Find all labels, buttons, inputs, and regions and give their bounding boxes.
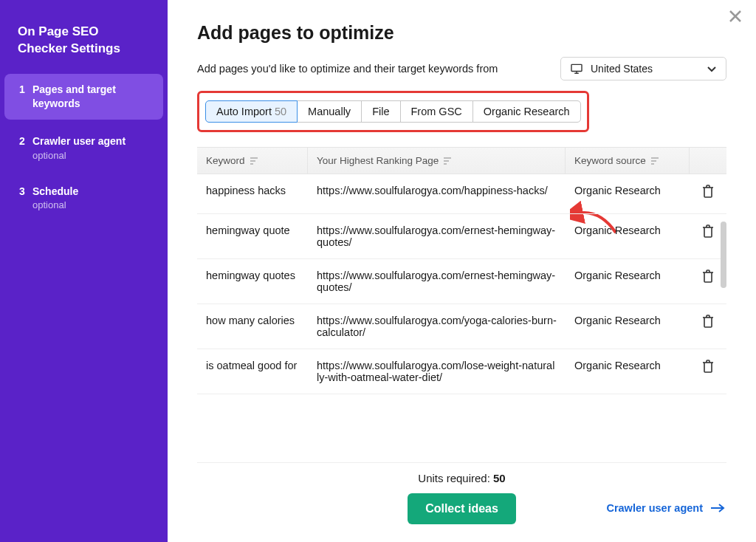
delete-icon[interactable]	[702, 360, 714, 373]
cell-keyword: how many calories	[197, 304, 308, 349]
tab-organic-research[interactable]: Organic Research	[472, 100, 581, 123]
arrow-right-icon	[710, 504, 725, 512]
col-header-actions	[690, 148, 726, 174]
units-value: 50	[493, 472, 506, 484]
svg-rect-2	[571, 64, 582, 71]
cell-keyword: happiness hacks	[197, 174, 308, 213]
units-label: Units required:	[418, 472, 493, 484]
step-number: 1	[19, 83, 32, 95]
table-row: how many calorieshttps://www.soulfularog…	[197, 304, 726, 349]
tab-auto-import[interactable]: Auto Import50	[205, 100, 298, 123]
sidebar-title: On Page SEO Checker Settings	[0, 24, 168, 74]
col-header-page[interactable]: Your Highest Ranking Page	[308, 148, 566, 174]
table-row: hemingway quoteshttps://www.soulfularogy…	[197, 259, 726, 304]
delete-icon[interactable]	[702, 315, 714, 328]
tab-label: Organic Research	[484, 106, 570, 117]
main-panel: Add pages to optimize Add pages you'd li…	[168, 0, 756, 542]
tab-label: Manually	[308, 106, 351, 117]
step-label: Schedule	[32, 185, 151, 199]
cell-page-url: https://www.soulfularogya.com/happiness-…	[308, 174, 566, 213]
cell-source: Organic Research	[566, 349, 690, 394]
col-header-keyword[interactable]: Keyword	[197, 148, 308, 174]
step-sublabel: optional	[32, 150, 151, 161]
close-icon[interactable]	[726, 7, 744, 25]
chevron-down-icon	[707, 64, 717, 74]
monitor-icon	[570, 64, 583, 74]
sidebar: On Page SEO Checker Settings 1Pages and …	[0, 0, 168, 542]
cell-source: Organic Research	[566, 304, 690, 349]
page-title: Add pages to optimize	[197, 22, 726, 44]
cell-page-url: https://www.soulfularogya.com/ernest-hem…	[308, 259, 566, 303]
table-row: happiness hackshttps://www.soulfularogya…	[197, 174, 726, 214]
tab-manually[interactable]: Manually	[297, 100, 362, 123]
col-header-page-label: Your Highest Ranking Page	[317, 155, 439, 166]
table-header-row: Keyword Your Highest Ranking Page Keywor…	[197, 148, 726, 174]
col-header-source-label: Keyword source	[574, 155, 646, 166]
cell-keyword: is oatmeal good for	[197, 349, 308, 394]
tab-label: Auto Import	[216, 106, 272, 117]
sort-icon	[443, 157, 452, 165]
col-header-source[interactable]: Keyword source	[566, 148, 690, 174]
scrollbar-thumb[interactable]	[721, 222, 726, 288]
step-number: 3	[19, 185, 32, 197]
collect-ideas-button[interactable]: Collect ideas	[408, 493, 516, 524]
table-row: is oatmeal good forhttps://www.soulfular…	[197, 349, 726, 394]
step-number: 2	[19, 134, 32, 147]
cell-source: Organic Research	[566, 214, 690, 258]
cell-keyword: hemingway quote	[197, 214, 308, 258]
delete-icon[interactable]	[702, 185, 714, 198]
cell-page-url: https://www.soulfularogya.com/lose-weigh…	[308, 349, 566, 394]
tab-from-gsc[interactable]: From GSC	[400, 100, 473, 123]
step-label: Crawler user agent	[32, 134, 151, 148]
subtitle-row: Add pages you'd like to optimize and the…	[197, 57, 726, 80]
table-row: hemingway quotehttps://www.soulfularogya…	[197, 214, 726, 259]
delete-icon[interactable]	[702, 270, 714, 283]
sort-icon	[250, 157, 258, 165]
next-step-label: Crawler user agent	[606, 502, 703, 514]
step-sublabel: optional	[32, 199, 151, 210]
country-select[interactable]: United States	[560, 57, 726, 80]
cell-page-url: https://www.soulfularogya.com/yoga-calor…	[308, 304, 566, 349]
col-header-keyword-label: Keyword	[206, 155, 245, 166]
tabs-highlight-frame: Auto Import50ManuallyFileFrom GSCOrganic…	[197, 91, 589, 132]
keyword-table: Keyword Your Highest Ranking Page Keywor…	[197, 147, 726, 458]
sidebar-step-3[interactable]: 3Scheduleoptional	[4, 176, 163, 220]
country-label: United States	[591, 63, 707, 75]
units-required: Units required: 50	[197, 472, 726, 484]
tab-label: File	[372, 106, 389, 117]
step-label: Pages and target keywords	[32, 83, 151, 111]
sidebar-step-2[interactable]: 2Crawler user agentoptional	[4, 126, 163, 170]
cell-keyword: hemingway quotes	[197, 259, 308, 303]
sidebar-step-1[interactable]: 1Pages and target keywords	[4, 74, 163, 120]
source-tabs: Auto Import50ManuallyFileFrom GSCOrganic…	[205, 100, 581, 123]
delete-icon[interactable]	[702, 224, 714, 238]
cell-source: Organic Research	[566, 259, 690, 303]
next-step-link[interactable]: Crawler user agent	[606, 502, 725, 514]
footer: Units required: 50 Collect ideas Crawler…	[197, 462, 726, 527]
tab-file[interactable]: File	[361, 100, 400, 123]
tab-count: 50	[275, 106, 286, 117]
page-subtitle: Add pages you'd like to optimize and the…	[197, 63, 498, 75]
cell-source: Organic Research	[566, 174, 690, 213]
tab-label: From GSC	[411, 106, 462, 117]
sort-icon	[650, 157, 659, 165]
cell-page-url: https://www.soulfularogya.com/ernest-hem…	[308, 214, 566, 258]
scrollbar-track[interactable]	[721, 222, 726, 354]
